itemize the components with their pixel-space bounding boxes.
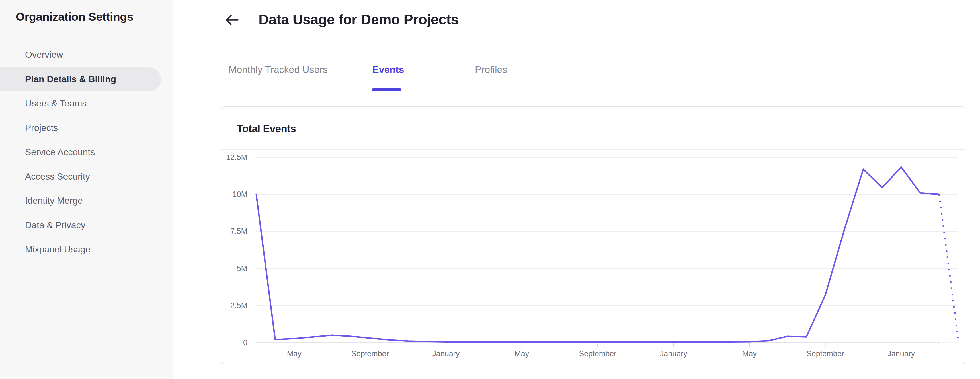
page-title: Data Usage for Demo Projects <box>259 11 459 28</box>
tabs-divider <box>221 92 966 92</box>
sidebar-nav: OverviewPlan Details & BillingUsers & Te… <box>0 43 173 262</box>
total-events-card: Total Events 02.5M5M7.5M10M12.5MMaySepte… <box>221 106 966 364</box>
organization-settings-page: Organization Settings OverviewPlan Detai… <box>0 0 980 379</box>
sidebar-item-service-accounts[interactable]: Service Accounts <box>0 140 173 165</box>
arrow-left-icon <box>224 13 239 27</box>
active-tab-underline <box>372 89 401 91</box>
sidebar-item-plan-details-billing[interactable]: Plan Details & Billing <box>0 67 173 92</box>
sidebar-item-label: Service Accounts <box>25 147 95 157</box>
back-button[interactable] <box>224 13 239 27</box>
sidebar-item-users-teams[interactable]: Users & Teams <box>0 91 173 116</box>
sidebar-item-access-security[interactable]: Access Security <box>0 165 173 189</box>
sidebar-item-data-privacy[interactable]: Data & Privacy <box>0 213 173 238</box>
total-events-projected-dotted-line <box>939 194 958 338</box>
sidebar: Organization Settings OverviewPlan Detai… <box>0 0 173 379</box>
x-axis-label-2: January <box>432 349 460 358</box>
sidebar-item-label: Users & Teams <box>25 98 87 108</box>
sidebar-title: Organization Settings <box>16 10 133 24</box>
sidebar-item-label: Identity Merge <box>25 195 83 206</box>
chart-title: Total Events <box>237 123 296 135</box>
x-axis-label-6: May <box>742 349 757 358</box>
tab-events[interactable]: Events <box>372 63 404 76</box>
y-axis-label-7.5M: 7.5M <box>230 227 247 236</box>
sidebar-item-overview[interactable]: Overview <box>0 43 173 67</box>
y-axis-label-10M: 10M <box>232 190 247 198</box>
x-axis-label-7: September <box>807 349 844 358</box>
total-events-series-line <box>256 167 939 342</box>
x-axis-label-5: January <box>660 349 687 358</box>
tab-monthly-tracked-users[interactable]: Monthly Tracked Users <box>229 63 328 76</box>
tab-profiles[interactable]: Profiles <box>475 63 507 76</box>
sidebar-item-mixpanel-usage[interactable]: Mixpanel Usage <box>0 237 173 262</box>
y-axis-label-5M: 5M <box>237 264 247 273</box>
sidebar-item-label: Mixpanel Usage <box>25 244 90 254</box>
y-axis-label-12.5M: 12.5M <box>226 153 247 162</box>
total-events-line-chart[interactable]: 02.5M5M7.5M10M12.5MMaySeptemberJanuaryMa… <box>221 150 965 364</box>
x-axis-label-3: May <box>514 349 529 358</box>
x-axis-label-8: January <box>888 349 915 358</box>
sidebar-item-projects[interactable]: Projects <box>0 116 173 140</box>
x-axis-label-0: May <box>287 349 302 358</box>
sidebar-item-label: Data & Privacy <box>25 220 86 230</box>
x-axis-label-4: September <box>579 349 616 358</box>
x-axis-label-1: September <box>352 349 389 358</box>
sidebar-item-label: Overview <box>25 49 63 60</box>
y-axis-label-2.5M: 2.5M <box>230 301 247 310</box>
sidebar-item-label: Plan Details & Billing <box>25 74 116 84</box>
y-axis-label-0: 0 <box>243 338 247 347</box>
sidebar-item-identity-merge[interactable]: Identity Merge <box>0 189 173 213</box>
sidebar-item-label: Access Security <box>25 171 90 182</box>
sidebar-item-label: Projects <box>25 123 58 133</box>
